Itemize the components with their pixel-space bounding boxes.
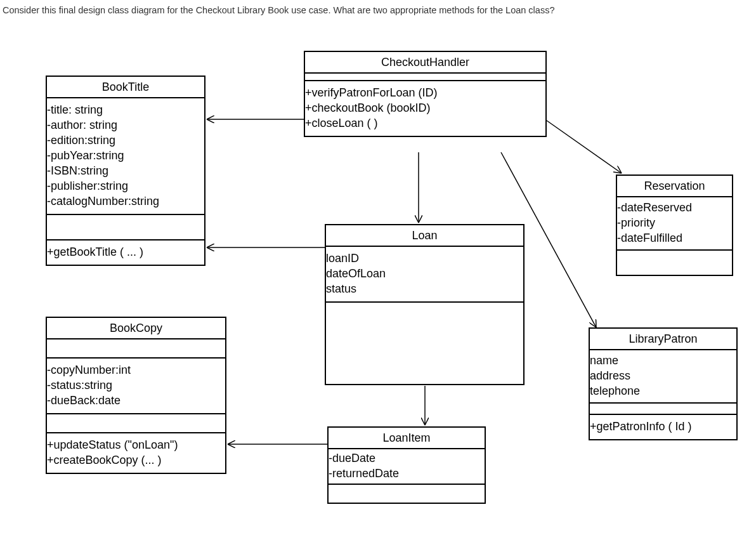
class-spacer [47,413,225,432]
class-spacer [47,214,204,239]
class-title: CheckoutHandler [305,52,545,72]
class-methods: +updateStatus ("onLoan") +createBookCopy… [47,432,225,473]
class-title: BookCopy [47,318,225,338]
class-book-title: BookTitle -title: string -author: string… [46,76,205,266]
diagram-page: Consider this final design class diagram… [0,0,756,540]
class-methods: +getBookTitle ( ... ) [47,239,204,265]
class-attributes: name address telephone [590,349,736,402]
class-attributes: -title: string -author: string -edition:… [47,97,204,214]
class-attributes: -copyNumber:int -status:string -dueBack:… [47,357,225,413]
class-attributes: -dateReserved -priority -dateFulfilled [617,196,732,249]
class-attributes [305,72,545,80]
class-checkout-handler: CheckoutHandler +verifyPatronForLoan (ID… [304,51,547,137]
class-title: BookTitle [47,77,204,97]
class-title: LibraryPatron [590,329,736,349]
class-attributes: loanID dateOfLoan status [326,246,523,301]
class-library-patron: LibraryPatron name address telephone +ge… [589,327,738,440]
class-methods [329,484,485,503]
class-attributes: -dueDate -returnedDate [329,448,485,484]
class-book-copy: BookCopy -copyNumber:int -status:string … [46,317,226,474]
class-spacer [47,338,225,357]
class-methods: +verifyPatronForLoan (ID) +checkoutBook … [305,80,545,136]
class-loan: Loan loanID dateOfLoan status [325,224,525,385]
class-reservation: Reservation -dateReserved -priority -dat… [616,175,733,276]
class-title: LoanItem [329,428,485,448]
class-title: Loan [326,225,523,246]
class-title: Reservation [617,176,732,196]
class-loan-item: LoanItem -dueDate -returnedDate [327,426,486,504]
class-spacer [590,402,736,414]
svg-line-5 [547,121,622,173]
class-methods [326,301,523,384]
class-methods: +getPatronInfo ( Id ) [590,414,736,439]
class-methods [617,249,732,275]
question-text: Consider this final design class diagram… [3,5,554,15]
